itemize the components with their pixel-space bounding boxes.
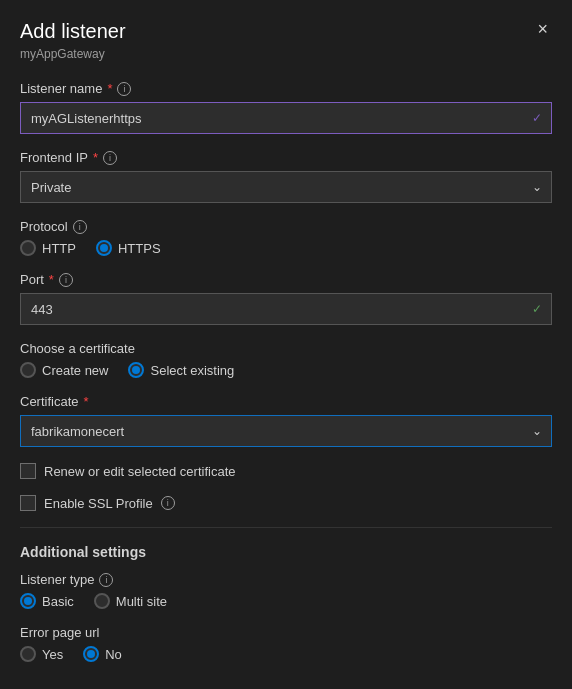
error-page-url-no-label: No: [105, 647, 122, 662]
listener-type-basic-option[interactable]: Basic: [20, 593, 74, 609]
error-page-url-group: Error page url Yes No: [20, 625, 552, 662]
port-info-icon[interactable]: i: [59, 273, 73, 287]
additional-settings-heading: Additional settings: [20, 544, 552, 560]
create-new-option[interactable]: Create new: [20, 362, 108, 378]
protocol-group: Protocol i HTTP HTTPS: [20, 219, 552, 256]
listener-type-info-icon[interactable]: i: [99, 573, 113, 587]
listener-name-input[interactable]: [20, 102, 552, 134]
listener-type-label: Listener type i: [20, 572, 552, 587]
certificate-label: Certificate *: [20, 394, 552, 409]
port-group: Port * i 443 ✓: [20, 272, 552, 325]
listener-type-multisite-option[interactable]: Multi site: [94, 593, 167, 609]
create-new-label: Create new: [42, 363, 108, 378]
choose-certificate-label: Choose a certificate: [20, 341, 552, 356]
listener-name-group: Listener name * i ✓: [20, 81, 552, 134]
ssl-profile-info-icon[interactable]: i: [161, 496, 175, 510]
protocol-http-label: HTTP: [42, 241, 76, 256]
enable-ssl-profile-label: Enable SSL Profile: [44, 496, 153, 511]
certificate-select-wrapper: fabrikamonecert ⌄: [20, 415, 552, 447]
certificate-group: Certificate * fabrikamonecert ⌄: [20, 394, 552, 447]
required-star: *: [107, 81, 112, 96]
panel-header: Add listener ×: [20, 20, 552, 43]
create-new-radio[interactable]: [20, 362, 36, 378]
frontend-ip-select-wrapper: Private Public ⌄: [20, 171, 552, 203]
port-select[interactable]: 443: [20, 293, 552, 325]
listener-type-basic-radio[interactable]: [20, 593, 36, 609]
protocol-label: Protocol i: [20, 219, 552, 234]
error-page-url-label: Error page url: [20, 625, 552, 640]
additional-settings-section: Additional settings Listener type i Basi…: [20, 544, 552, 662]
port-label: Port * i: [20, 272, 552, 287]
protocol-radio-group: HTTP HTTPS: [20, 240, 552, 256]
error-page-url-no-radio[interactable]: [83, 646, 99, 662]
listener-type-basic-label: Basic: [42, 594, 74, 609]
select-existing-option[interactable]: Select existing: [128, 362, 234, 378]
port-select-wrapper: 443 ✓: [20, 293, 552, 325]
frontend-ip-label: Frontend IP * i: [20, 150, 552, 165]
error-page-url-yes-option[interactable]: Yes: [20, 646, 63, 662]
select-existing-label: Select existing: [150, 363, 234, 378]
enable-ssl-profile-checkbox[interactable]: [20, 495, 36, 511]
error-page-url-radio-group: Yes No: [20, 646, 552, 662]
required-star-port: *: [49, 272, 54, 287]
listener-type-multisite-label: Multi site: [116, 594, 167, 609]
frontend-ip-info-icon[interactable]: i: [103, 151, 117, 165]
protocol-https-option[interactable]: HTTPS: [96, 240, 161, 256]
frontend-ip-select[interactable]: Private Public: [20, 171, 552, 203]
listener-type-radio-group: Basic Multi site: [20, 593, 552, 609]
choose-certificate-group: Choose a certificate Create new Select e…: [20, 341, 552, 378]
panel-title: Add listener: [20, 20, 126, 43]
enable-ssl-profile-option[interactable]: Enable SSL Profile i: [20, 495, 552, 511]
listener-name-input-wrapper: ✓: [20, 102, 552, 134]
protocol-https-radio[interactable]: [96, 240, 112, 256]
required-star-cert: *: [84, 394, 89, 409]
protocol-http-radio[interactable]: [20, 240, 36, 256]
panel-subtitle: myAppGateway: [20, 47, 552, 61]
add-listener-panel: Add listener × myAppGateway Listener nam…: [0, 0, 572, 689]
enable-ssl-profile-group: Enable SSL Profile i: [20, 495, 552, 511]
certificate-choice-radio-group: Create new Select existing: [20, 362, 552, 378]
renew-certificate-group: Renew or edit selected certificate: [20, 463, 552, 479]
protocol-https-label: HTTPS: [118, 241, 161, 256]
listener-name-label: Listener name * i: [20, 81, 552, 96]
listener-name-info-icon[interactable]: i: [117, 82, 131, 96]
renew-certificate-checkbox[interactable]: [20, 463, 36, 479]
protocol-http-option[interactable]: HTTP: [20, 240, 76, 256]
listener-type-multisite-radio[interactable]: [94, 593, 110, 609]
frontend-ip-group: Frontend IP * i Private Public ⌄: [20, 150, 552, 203]
section-divider: [20, 527, 552, 528]
close-button[interactable]: ×: [533, 20, 552, 38]
listener-type-group: Listener type i Basic Multi site: [20, 572, 552, 609]
error-page-url-no-option[interactable]: No: [83, 646, 122, 662]
renew-certificate-label: Renew or edit selected certificate: [44, 464, 235, 479]
select-existing-radio[interactable]: [128, 362, 144, 378]
required-star-frontend: *: [93, 150, 98, 165]
renew-certificate-option[interactable]: Renew or edit selected certificate: [20, 463, 552, 479]
error-page-url-yes-radio[interactable]: [20, 646, 36, 662]
protocol-info-icon[interactable]: i: [73, 220, 87, 234]
error-page-url-yes-label: Yes: [42, 647, 63, 662]
certificate-select[interactable]: fabrikamonecert: [20, 415, 552, 447]
